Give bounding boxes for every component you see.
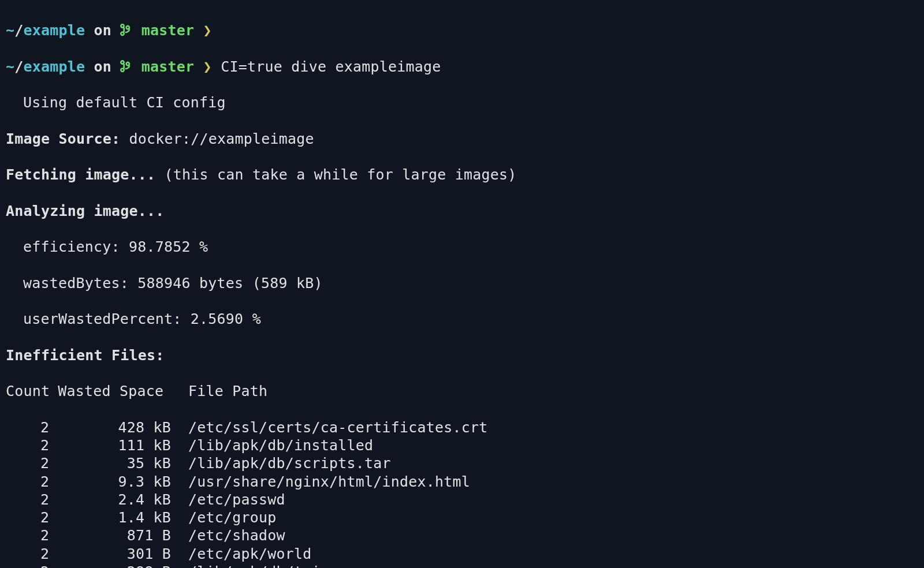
- cell-size: 9.3 kB: [58, 473, 171, 491]
- branch-icon: [120, 58, 132, 75]
- cell-path: /etc/shadow: [188, 526, 285, 544]
- prompt-line-1: ~/example on master ❯: [6, 21, 918, 39]
- cell-count: 2: [6, 545, 49, 563]
- line-efficiency: efficiency: 98.7852 %: [6, 238, 918, 256]
- table-row: 2301 B/etc/apk/world: [6, 545, 918, 563]
- line-inefficient-files: Inefficient Files:: [6, 346, 918, 364]
- cell-count: 2: [6, 418, 49, 436]
- cell-path: /etc/group: [188, 509, 277, 526]
- line-using-cfg: Using default CI config: [6, 94, 918, 111]
- cell-size: 111 kB: [58, 436, 171, 454]
- line-user-wasted: userWastedPercent: 2.5690 %: [6, 310, 918, 328]
- table-row: 2288 B/lib/apk/db/triggers: [6, 563, 918, 568]
- cell-count: 2: [6, 526, 49, 544]
- cell-count: 2: [6, 491, 49, 509]
- table-row: 2111 kB/lib/apk/db/installed: [6, 436, 918, 454]
- table-header: CountWasted SpaceFile Path: [6, 382, 918, 400]
- branch-icon: [120, 22, 132, 39]
- table-row: 22.4 kB/etc/passwd: [6, 491, 918, 509]
- cell-size: 301 B: [58, 545, 171, 563]
- prompt-on: on: [85, 22, 120, 39]
- cell-size: 288 B: [58, 563, 171, 568]
- prompt-dir: example: [24, 22, 85, 39]
- table-row: 29.3 kB/usr/share/nginx/html/index.html: [6, 473, 918, 491]
- cell-path: /usr/share/nginx/html/index.html: [188, 473, 470, 491]
- command-text: CI=true dive exampleimage: [212, 58, 441, 75]
- table-row: 2428 kB/etc/ssl/certs/ca-certificates.cr…: [6, 418, 918, 436]
- cell-path: /lib/apk/db/scripts.tar: [188, 454, 391, 472]
- cell-size: 428 kB: [58, 418, 171, 436]
- cell-path: /etc/passwd: [188, 491, 285, 509]
- cell-count: 2: [6, 563, 49, 568]
- cell-path: /etc/ssl/certs/ca-certificates.crt: [188, 418, 488, 436]
- cell-path: /lib/apk/db/triggers: [188, 563, 364, 568]
- line-image-source: Image Source: docker://exampleimage: [6, 130, 918, 148]
- prompt-tilde: ~: [6, 22, 14, 39]
- cell-size: 871 B: [58, 526, 171, 544]
- table-row: 235 kB/lib/apk/db/scripts.tar: [6, 454, 918, 472]
- line-fetching: Fetching image... (this can take a while…: [6, 166, 918, 184]
- cell-path: /lib/apk/db/installed: [188, 436, 373, 454]
- prompt-arrow-icon: ❯: [203, 58, 212, 75]
- cell-count: 2: [6, 473, 49, 491]
- table-row: 2871 B/etc/shadow: [6, 526, 918, 544]
- cell-size: 1.4 kB: [58, 509, 171, 526]
- table-row: 21.4 kB/etc/group: [6, 509, 918, 526]
- prompt-sep: /: [14, 22, 23, 39]
- prompt-branch: master: [133, 22, 203, 39]
- cell-count: 2: [6, 454, 49, 472]
- cell-size: 35 kB: [58, 454, 171, 472]
- cell-path: /etc/apk/world: [188, 545, 312, 563]
- prompt-arrow-icon: ❯: [203, 22, 212, 39]
- cell-count: 2: [6, 436, 49, 454]
- terminal-output[interactable]: ~/example on master ❯ ~/example on maste…: [0, 0, 924, 568]
- file-rows: 2428 kB/etc/ssl/certs/ca-certificates.cr…: [6, 418, 918, 568]
- line-wasted-bytes: wastedBytes: 588946 bytes (589 kB): [6, 274, 918, 292]
- cell-size: 2.4 kB: [58, 491, 171, 509]
- prompt-line-2: ~/example on master ❯ CI=true dive examp…: [6, 58, 918, 76]
- line-analyzing: Analyzing image...: [6, 202, 918, 220]
- cell-count: 2: [6, 509, 49, 526]
